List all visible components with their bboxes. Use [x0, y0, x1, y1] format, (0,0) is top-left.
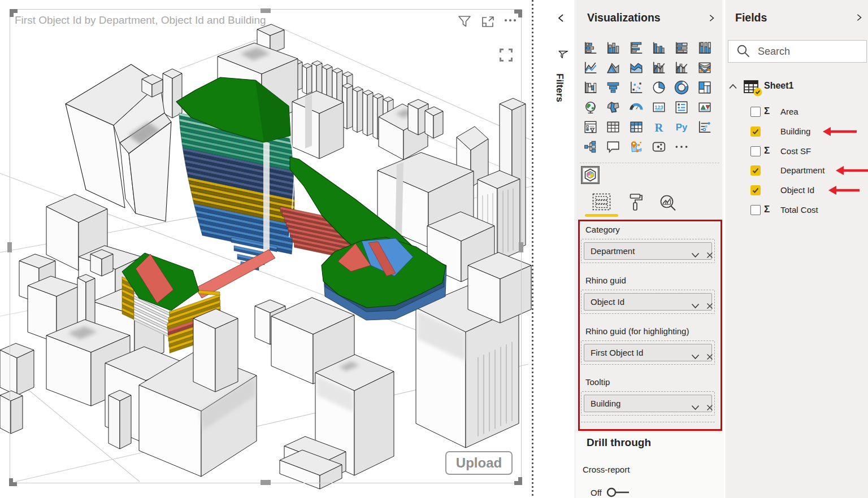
- svg-text:Py: Py: [676, 122, 688, 133]
- svg-text:123: 123: [654, 104, 663, 110]
- svg-text:R: R: [655, 121, 664, 134]
